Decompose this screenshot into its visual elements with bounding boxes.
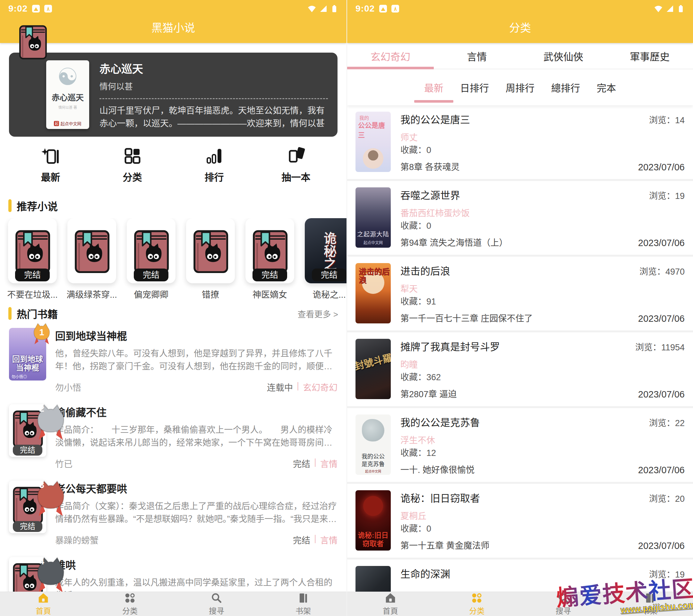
book-row[interactable]: 进击的后浪 进击的后浪 浏览：4970 犁天 收藏：91 第一千一百七十三章 庄… — [347, 255, 693, 331]
page-title: 黑猫小说 — [0, 19, 346, 35]
views-count: 浏览：11954 — [635, 340, 685, 353]
book-title: 吞噬之源世界 — [400, 187, 643, 202]
subtab-latest[interactable]: 最新 — [424, 80, 443, 94]
nav-category[interactable]: 分类 — [434, 592, 520, 616]
book-meta: 完结 | 言情 — [293, 457, 338, 470]
book-cover: 我的 公公是唐三 — [355, 112, 391, 172]
cat-book-icon — [192, 226, 229, 275]
rank-number: 2 — [32, 404, 51, 414]
nav-search[interactable]: 搜寻 — [520, 592, 607, 616]
cat-book-icon — [251, 226, 289, 275]
latest-chapter: 第一十五章 黄金魔法师 — [400, 539, 633, 551]
book-title: 我的公公是唐三 — [400, 112, 643, 126]
quicknav-ranking[interactable]: 排行 — [187, 146, 242, 193]
section-title: 热门书籍 — [17, 306, 58, 321]
book-row[interactable]: 封號斗羅 摊牌了我真是封号斗罗 浏览：11954 昀瞳 收藏：362 第2807… — [347, 331, 693, 406]
cover-line: 回到地球 — [9, 355, 46, 363]
serial-status: 完结 — [293, 534, 310, 546]
book-author: 暴躁的螃蟹 — [55, 534, 99, 546]
tab-wuxia[interactable]: 武俠仙俠 — [520, 43, 607, 69]
subtab-weekly[interactable]: 周排行 — [506, 80, 535, 94]
cover-line: 之起源大陆 — [355, 230, 391, 238]
featured-title: 赤心巡天 — [99, 60, 328, 76]
cat-book-icon — [17, 22, 48, 61]
nav-bookshelf[interactable]: 书架 — [260, 592, 346, 616]
rank-number: 1 — [32, 327, 51, 338]
quicknav-category[interactable]: 分类 — [105, 146, 160, 193]
book-info: 我的公公是克苏鲁 浏览：22 浮生不休 收藏：12 一十. 她好像很愉悦 202… — [400, 415, 685, 475]
quicknav-label: 最新 — [41, 170, 60, 183]
hot-book-row[interactable]: 完结 3 老公每天都要哄 作品简介（文案）：秦戈退伍之后患上了严重的战后心理综合… — [0, 475, 346, 552]
tab-xuanhuan[interactable]: 玄幻奇幻 — [347, 43, 434, 69]
home-appbar: 9:02 黑猫小说 — [0, 0, 346, 43]
book-author: 夏桐丘 — [400, 509, 685, 522]
bottom-nav: 首頁 分类 搜寻 书架 — [0, 592, 346, 616]
quicknav-label: 抽一本 — [282, 170, 311, 183]
recommend-book[interactable]: 满级绿茶穿... — [67, 218, 116, 300]
cover-line: 我的公公 — [355, 452, 391, 460]
featured-book-card[interactable]: ☯ 赤心巡天 情何以甚 著 起 起点中文网 赤心巡天 情何以甚 山河千里写伏尸，… — [9, 53, 338, 137]
status-right-icons — [654, 5, 685, 13]
update-date: 2023/07/06 — [638, 465, 685, 475]
signal-icon — [320, 5, 327, 13]
recommend-book-row: 完结 不要在垃圾... 满级绿茶穿... 完结 偏宠卿卿 — [0, 218, 346, 300]
book-title: 难哄 — [55, 557, 338, 572]
book-title: 回到地球当神棍 — [55, 328, 338, 343]
tab-yanqing[interactable]: 言情 — [434, 43, 520, 69]
cover-line: 进击的后浪 — [359, 267, 391, 284]
recommend-book[interactable]: 完结 不要在垃圾... — [8, 218, 57, 300]
quicknav-latest[interactable]: 最新 — [23, 146, 78, 193]
status-bar: 9:02 — [0, 0, 346, 15]
nav-category[interactable]: 分类 — [87, 592, 173, 616]
hot-section-header: 热门书籍 查看更多 > — [8, 306, 338, 321]
category-screen: 9:02 分类 玄幻奇幻 言情 武俠仙俠 軍事歷史 最新 日排行 周排行 總排行… — [346, 0, 693, 616]
ranking-bars-icon — [204, 146, 224, 166]
nav-home[interactable]: 首頁 — [0, 592, 87, 616]
quicknav-draw-one[interactable]: 抽一本 — [269, 146, 323, 193]
book-author: 浮生不休 — [400, 434, 685, 446]
battery-icon — [331, 5, 338, 13]
hot-book-list: 回到地球 当神棍 勿小悟◎ 1 回到地球当神棍 他，曾经失踪八年。可没有人想到，… — [0, 323, 346, 616]
book-info: 偷偷藏不住 作品简介： 十三岁那年，桑稚偷偷喜欢上一个男人。 男人的模样冷淡慵懒… — [55, 404, 338, 470]
hot-book-row[interactable]: 完结 2 偷偷藏不住 作品简介： 十三岁那年，桑稚偷偷喜欢上一个男人。 男人的模… — [0, 399, 346, 475]
recommend-book[interactable]: 完结 神医嫡女 — [245, 218, 294, 300]
book-author: 竹已 — [55, 457, 73, 470]
book-title: 偏宠卿卿 — [134, 288, 169, 300]
dashed-divider — [99, 98, 328, 99]
hot-book-row[interactable]: 回到地球 当神棍 勿小悟◎ 1 回到地球当神棍 他，曾经失踪八年。可没有人想到，… — [0, 323, 346, 399]
book-row[interactable]: 之起源大陆 起点中文网 吞噬之源世界 浏览：19 番茄西红柿蛋炒饭 收藏：0 第… — [347, 179, 693, 255]
tab-junshi[interactable]: 軍事歷史 — [607, 43, 693, 69]
nav-home[interactable]: 首頁 — [347, 592, 434, 616]
book-category: 言情 — [320, 534, 338, 546]
book-row[interactable]: 我的 公公是唐三 我的公公是唐三 浏览：14 师丈 收藏：0 第8章 各获魂灵 … — [347, 105, 693, 179]
book-description: 他，曾经失踪八年。可没有人想到，他是穿越到了异界，并且修炼了八千年！他，拐跑了豪… — [55, 347, 338, 373]
search-icon — [211, 592, 223, 604]
publisher-name: 起点中文网 — [60, 120, 81, 126]
subtab-finished[interactable]: 完本 — [597, 80, 616, 94]
nav-label: 搜寻 — [556, 605, 571, 616]
nav-bookshelf[interactable]: 书架 — [607, 592, 693, 616]
nav-search[interactable]: 搜寻 — [173, 592, 260, 616]
category-appbar: 9:02 分类 — [347, 0, 693, 43]
book-info: 回到地球当神棍 他，曾经失踪八年。可没有人想到，他是穿越到了异界，并且修炼了八千… — [55, 328, 338, 393]
views-count: 浏览：14 — [649, 113, 685, 126]
recommend-book[interactable]: 完结 偏宠卿卿 — [127, 218, 176, 300]
recommend-book[interactable]: 诡秘之 完结 诡秘之... — [305, 218, 346, 300]
book-row[interactable]: 诡秘:旧日 窃取者 诡秘：旧日窃取者 浏览：20 夏桐丘 收藏：0 第一十五章 … — [347, 482, 693, 558]
subtab-total[interactable]: 總排行 — [551, 80, 580, 94]
rank-number: 4 — [32, 556, 51, 567]
book-cover: 诡秘:旧日 窃取者 — [355, 490, 391, 551]
book-row[interactable]: 我的公公 是克苏鲁 起点中文网 我的公公是克苏鲁 浏览：22 浮生不休 收藏：1… — [347, 406, 693, 482]
subtab-daily[interactable]: 日排行 — [460, 80, 489, 94]
book-category: 玄幻奇幻 — [303, 381, 338, 393]
status-time: 9:02 — [355, 3, 375, 14]
recommend-book[interactable]: 错撩 — [186, 218, 235, 300]
see-more-link[interactable]: 查看更多 > — [298, 308, 338, 320]
featured-book-info: 赤心巡天 情何以甚 山河千里写伏尸，乾坤百年描恶虎。天地至公如无情，我有赤心一颗… — [99, 60, 328, 129]
favorites-count: 收藏：0 — [400, 522, 685, 534]
category-book-list: 我的 公公是唐三 我的公公是唐三 浏览：14 师丈 收藏：0 第8章 各获魂灵 … — [347, 105, 693, 616]
serial-status: 连载中 — [267, 381, 293, 393]
book-meta: 完结 | 言情 — [293, 534, 338, 546]
home-icon — [37, 592, 50, 604]
rank-number: 3 — [32, 480, 51, 490]
